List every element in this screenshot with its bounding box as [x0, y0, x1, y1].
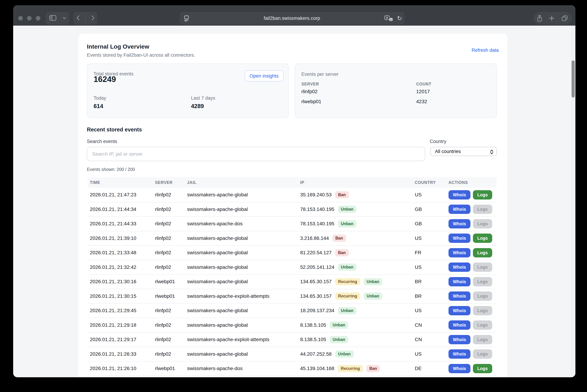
whois-button[interactable]: Whois — [448, 204, 470, 214]
events-per-server-card: Events per server SERVER COUNT rlinfp021… — [295, 64, 497, 118]
event-ip-cell: 8.138.5.105Unban — [300, 322, 415, 329]
total-events-value: 16249 — [94, 74, 116, 84]
event-server: rlinfp02 — [155, 250, 187, 256]
whois-button[interactable]: Whois — [448, 364, 470, 373]
event-server: rlinfp02 — [155, 206, 187, 212]
scrollbar-track[interactable] — [571, 26, 575, 377]
whois-button[interactable]: Whois — [448, 190, 470, 200]
svg-text:A: A — [386, 16, 388, 20]
ban-badge: Ban — [332, 234, 346, 242]
logs-button[interactable]: Logs — [473, 364, 492, 373]
unban-badge: Unban — [338, 220, 356, 228]
url-text: fail2ban.swissmakers.corp — [264, 16, 320, 21]
ban-badge: Ban — [335, 249, 349, 256]
chevron-down-icon — [63, 17, 66, 20]
country-select-value: All countries — [431, 149, 461, 154]
logs-button[interactable]: Logs — [473, 306, 492, 315]
address-bar[interactable]: fail2ban.swissmakers.corp A x ↻ — [179, 12, 404, 24]
event-ip-cell: 18.209.137.234Unban — [300, 307, 415, 314]
event-country: CN — [415, 322, 448, 328]
event-row: 2026.01.21, 21:26:10rlwebp01swissmakers-… — [88, 362, 497, 376]
event-ip-cell: 81.220.54.127Ban — [300, 249, 415, 256]
share-icon[interactable] — [535, 12, 544, 24]
sidebar-toggle-button[interactable] — [46, 12, 69, 24]
unban-badge: Unban — [338, 206, 356, 213]
forward-button[interactable] — [92, 15, 95, 21]
event-row: 2026.01.21, 21:29:17rlinfp02swissmakers-… — [88, 332, 497, 347]
zoom-window-button[interactable] — [36, 16, 40, 20]
whois-button[interactable]: Whois — [448, 335, 470, 344]
event-actions: WhoisLogs — [448, 234, 497, 243]
logs-button[interactable]: Logs — [473, 292, 492, 301]
page-format-icon[interactable] — [184, 16, 189, 22]
whois-button[interactable]: Whois — [448, 248, 470, 258]
logs-button[interactable]: Logs — [473, 234, 492, 243]
logs-button[interactable]: Logs — [473, 277, 492, 286]
translate-icon[interactable]: A x — [384, 16, 393, 22]
whois-button[interactable]: Whois — [448, 262, 470, 272]
close-window-button[interactable] — [18, 16, 23, 20]
whois-button[interactable]: Whois — [448, 219, 470, 228]
server-count-row: rlwebp014232 — [301, 99, 490, 109]
event-server: rlinfp02 — [155, 192, 187, 198]
toolbar-right-buttons — [534, 12, 572, 24]
country-select[interactable]: All countries — [430, 147, 497, 156]
logs-button[interactable]: Logs — [473, 320, 492, 330]
whois-button[interactable]: Whois — [448, 292, 470, 301]
logs-button[interactable]: Logs — [473, 248, 492, 258]
page-title: Internal Log Overview — [87, 43, 149, 50]
whois-button[interactable]: Whois — [448, 320, 470, 330]
unban-badge: Unban — [364, 292, 382, 300]
unban-badge: Unban — [330, 336, 348, 343]
event-country: GB — [415, 206, 448, 212]
today-value: 614 — [94, 103, 103, 110]
event-actions: WhoisLogs — [448, 190, 497, 200]
whois-button[interactable]: Whois — [448, 349, 470, 359]
logs-button[interactable]: Logs — [473, 190, 492, 200]
events-shown-counter: Events shown: 200 / 200 — [87, 167, 135, 172]
page-subtitle: Events stored by Fail2ban-UI across all … — [87, 52, 195, 58]
logs-button[interactable]: Logs — [473, 335, 492, 344]
event-ip-cell: 78.153.140.195Unban — [300, 220, 415, 228]
open-insights-button[interactable]: Open insights — [245, 70, 283, 82]
event-time: 2026.01.21, 21:30:15 — [90, 294, 155, 299]
recent-events-heading: Recent stored events — [87, 126, 142, 133]
browser-window: fail2ban.swissmakers.corp A x ↻ — [13, 5, 575, 377]
event-time: 2026.01.21, 21:47:23 — [90, 192, 155, 198]
logs-button[interactable]: Logs — [473, 204, 492, 214]
per-server-rows: rlinfp0212017rlwebp014232 — [301, 89, 490, 109]
server-count-row: rlinfp0212017 — [301, 89, 490, 99]
logs-button[interactable]: Logs — [473, 349, 492, 359]
event-ip-cell: 44.207.252.58Unban — [300, 350, 415, 358]
col-jail: JAIL — [187, 180, 300, 185]
reload-icon[interactable]: ↻ — [397, 14, 402, 23]
new-tab-plus-icon[interactable] — [547, 12, 557, 24]
unban-badge: Unban — [338, 307, 356, 314]
event-ip: 134.65.30.157 — [300, 294, 332, 299]
minimize-window-button[interactable] — [27, 16, 32, 20]
event-server: rlwebp01 — [155, 294, 187, 299]
event-country: US — [415, 308, 448, 314]
event-time: 2026.01.21, 21:29:18 — [90, 322, 155, 328]
scrollbar-thumb[interactable] — [571, 60, 575, 98]
tab-overview-icon[interactable] — [560, 12, 570, 24]
whois-button[interactable]: Whois — [448, 306, 470, 315]
event-jail: swissmakers-apache-global — [187, 250, 300, 256]
event-actions: WhoisLogs — [448, 277, 497, 286]
event-ip-cell: 3.216.86.144Ban — [300, 234, 415, 242]
ban-badge: Ban — [335, 191, 349, 198]
event-time: 2026.01.21, 21:33:48 — [90, 250, 155, 256]
whois-button[interactable]: Whois — [448, 277, 470, 286]
event-server: rlinfp02 — [155, 322, 187, 328]
event-country: US — [415, 264, 448, 270]
refresh-data-link[interactable]: Refresh data — [471, 48, 499, 53]
back-button[interactable] — [76, 15, 80, 21]
event-ip: 81.220.54.127 — [300, 250, 332, 256]
whois-button[interactable]: Whois — [448, 234, 470, 243]
event-time: 2026.01.21, 21:26:33 — [90, 351, 155, 357]
event-time: 2026.01.21, 21:30:16 — [90, 279, 155, 284]
logs-button[interactable]: Logs — [473, 219, 492, 228]
recurring-badge: Recurring — [335, 278, 360, 285]
search-input[interactable] — [87, 147, 425, 161]
logs-button[interactable]: Logs — [473, 262, 492, 272]
